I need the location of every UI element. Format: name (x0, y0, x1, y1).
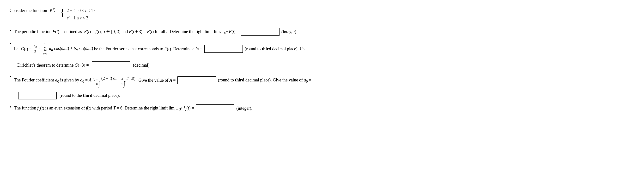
piecewise-row-2: t2 1 ≤ t < 3 (67, 14, 93, 22)
b2-suffix: (round to third decimal place). Use (245, 45, 306, 53)
b1-text-1: The periodic function F(t) is defined as… (14, 28, 239, 36)
bullet-1-content: The periodic function F(t) is defined as… (14, 28, 297, 36)
bullet-4-section: • The function fe(t) is an even extensio… (10, 104, 634, 113)
period-dot: . (94, 7, 95, 12)
bullet-2-section: • Let G(t) = a0 2 + ∞ Σ n=1 an cos(ωnt) … (10, 41, 634, 57)
answer-box-1[interactable] (241, 28, 280, 36)
b3-integral: ( 10 ∫ (2 − t) dt + 31 ∫ t2 dt) (92, 74, 136, 87)
bullet-3-marker: • (10, 74, 11, 79)
piecewise-cond-1: 0 ≤ t ≤ 1 (78, 7, 93, 14)
b2-text-2: + ∞ Σ n=1 an cos(ωnt) + bn sin(ωnt) (39, 41, 93, 57)
b2-text-3: be the Fourier series that corresponds t… (94, 45, 202, 53)
b4-suffix: (integer). (236, 104, 252, 112)
a0-answer-section: (round to the third decimal place). (17, 92, 634, 99)
piecewise-expr-1: 2 − t (67, 7, 75, 14)
dirichlet-suffix: (decimal) (133, 63, 150, 68)
bullet-1-marker: • (10, 28, 11, 33)
answer-box-4[interactable] (196, 104, 234, 112)
problem-intro: Consider the function f(t) = { 2 − t 0 ≤… (10, 7, 634, 22)
b4-text-1: The function fe(t) is an even extension … (14, 104, 194, 113)
piecewise-definition: 2 − t 0 ≤ t ≤ 1 t2 1 ≤ t < 3 (67, 7, 93, 22)
bullet-4-content: The function fe(t) is an even extension … (14, 104, 252, 113)
consider-text: Consider the function (10, 7, 47, 13)
bullet-4-marker: • (10, 105, 11, 110)
b2-fraction: a0 2 (32, 44, 38, 54)
function-name: f(t) (49, 7, 56, 12)
answer-box-3a[interactable] (178, 77, 216, 84)
piecewise-cond-2: 1 ≤ t < 3 (74, 15, 88, 21)
page-content: Consider the function f(t) = { 2 − t 0 ≤… (10, 7, 634, 113)
equals-sign: = (56, 7, 60, 12)
answer-box-3b[interactable] (18, 92, 57, 99)
b2-text-1: Let G(t) = (14, 45, 32, 53)
answer-box-dirichlet[interactable] (92, 61, 130, 69)
answer-box-2[interactable] (204, 45, 243, 53)
b3-text-2: . Give the value of A = (136, 77, 176, 84)
bullet-2-marker: • (10, 41, 11, 46)
b3-suffix: (round to third decimal place). Give the… (218, 76, 311, 85)
piecewise-brace: { (60, 7, 65, 17)
bullet-3-section: • The Fourier coefficient a0 is given by… (10, 74, 634, 87)
a0-suffix: (round to the third decimal place). (60, 93, 120, 98)
bullet-1-section: • The periodic function F(t) is defined … (10, 28, 634, 36)
bullet-3-content: The Fourier coefficient a0 is given by a… (14, 74, 311, 87)
dirichlet-section: Dirichlet’s theorem to determine G(−3) =… (17, 61, 634, 69)
b3-text-1: The Fourier coefficient a0 is given by a… (14, 76, 91, 85)
bullet-2-content: Let G(t) = a0 2 + ∞ Σ n=1 an cos(ωnt) + … (14, 41, 306, 57)
piecewise-row-1: 2 − t 0 ≤ t ≤ 1 (67, 7, 93, 14)
b1-suffix: (integer). (282, 28, 297, 36)
piecewise-expr-2: t2 (67, 14, 70, 22)
dirichlet-text: Dirichlet’s theorem to determine G(−3) = (17, 63, 89, 68)
